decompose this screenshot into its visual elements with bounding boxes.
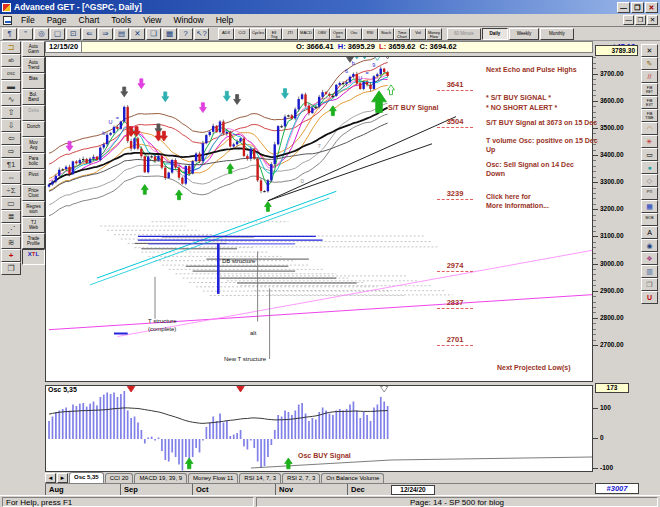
study-shortcut-xtl[interactable]: XTL	[22, 249, 45, 265]
study-shortcut-delta[interactable]: Delta	[22, 105, 45, 121]
study-button-cycles[interactable]: Cycles	[250, 28, 266, 40]
add-icon[interactable]: +	[1, 249, 21, 262]
osc-reset-icon[interactable]: osc	[1, 67, 21, 80]
fib-retracement-icon[interactable]: FIBRET	[641, 83, 658, 96]
price-axis[interactable]: 3700.003600.003500.003400.003300.003200.…	[593, 56, 640, 382]
ellipse-tool-icon[interactable]: ●	[641, 161, 658, 174]
study-button-rsi[interactable]: RSI	[362, 28, 378, 40]
lines-icon[interactable]: ≣	[1, 210, 21, 223]
help-icon[interactable]: ?	[178, 28, 193, 40]
minimize-button[interactable]: —	[617, 2, 630, 13]
study-shortcut-bol-band[interactable]: Bol.Band	[22, 89, 45, 105]
child-close-button[interactable]: ✕	[647, 15, 658, 25]
menu-chart[interactable]: Chart	[73, 14, 106, 26]
study-button-vol[interactable]: Vol	[410, 28, 426, 40]
study-button-jti[interactable]: JTI	[282, 28, 298, 40]
quote-icon[interactable]: ”	[18, 28, 33, 40]
pin-icon[interactable]: ¶	[2, 28, 17, 40]
menu-help[interactable]: Help	[210, 14, 239, 26]
study-bar-icon[interactable]: ▬	[1, 80, 21, 93]
copy-icon[interactable]: ❏	[146, 28, 161, 40]
search-icon[interactable]: ◎	[34, 28, 49, 40]
paste-icon[interactable]: ▤	[114, 28, 129, 40]
fib-lines-icon[interactable]: ≋	[1, 236, 21, 249]
child-minimize-button[interactable]: —	[623, 15, 634, 25]
underline-u-icon[interactable]: U	[641, 291, 658, 304]
study-shortcut-auto-gann[interactable]: AutoGann	[22, 41, 45, 57]
text-tool-icon[interactable]: A	[641, 226, 658, 239]
period-button-weekly[interactable]: Weekly	[509, 28, 539, 40]
stats-icon[interactable]: ÷Σ	[1, 184, 21, 197]
tab-on-balance-volume[interactable]: On Balance Volume	[321, 473, 384, 483]
study-button-cci[interactable]: CCI	[234, 28, 250, 40]
study-shortcut-para-bolic[interactable]: Parabolic	[22, 153, 45, 169]
study-shortcut-tj-web[interactable]: TJWeb	[22, 217, 45, 233]
mob-icon[interactable]: MOB	[641, 213, 658, 226]
pti-icon[interactable]: PTI	[641, 187, 658, 200]
menu-window[interactable]: Window	[167, 14, 209, 26]
study-shortcut-trade-profile[interactable]: TradeProfile	[22, 233, 45, 249]
rectangle-tool-icon[interactable]: ▭	[641, 148, 658, 161]
copy-pages-icon[interactable]: ❐	[641, 278, 658, 291]
delete-icon[interactable]: ✕	[130, 28, 145, 40]
folder-open-icon[interactable]: ⊐	[1, 41, 21, 54]
close-x-icon[interactable]: ✕	[641, 44, 658, 57]
close-button[interactable]: ✕	[645, 2, 658, 13]
study-shortcut-price-clust[interactable]: PriceClust	[22, 185, 45, 201]
study-shortcut-auto-trend[interactable]: AutoTrend	[22, 57, 45, 73]
more-info-link[interactable]: Click here for	[486, 193, 531, 200]
period-button-60-minute[interactable]: 60 Minute	[447, 28, 481, 40]
scroll-right-icon[interactable]: ⇨	[1, 145, 21, 158]
scroll-left-icon[interactable]: ⇦	[1, 132, 21, 145]
oscillator-axis[interactable]: 1000-100	[593, 385, 640, 472]
study-button-adx[interactable]: ADX	[218, 28, 234, 40]
eraser-icon[interactable]: ◇	[641, 174, 658, 187]
fan-icon[interactable]: ✳	[641, 135, 658, 148]
maximize-button[interactable]: ❐	[631, 2, 644, 13]
tab-macd-19-39-9[interactable]: MACD 19, 39, 9	[134, 473, 187, 483]
study-button-macd[interactable]: MACD	[298, 28, 314, 40]
box-select-icon[interactable]: ▭	[1, 197, 21, 210]
brush-icon[interactable]: ❖	[641, 252, 658, 265]
tab-cci-20[interactable]: CCI 20	[105, 473, 134, 483]
open-folder-icon[interactable]: ⊡	[66, 28, 81, 40]
menu-tools[interactable]: Tools	[105, 14, 137, 26]
study-button-obv[interactable]: OBV	[314, 28, 330, 40]
tab-rsi-2-7-3[interactable]: RSI 2, 7, 3	[282, 473, 320, 483]
erase-icon[interactable]: ab	[1, 54, 21, 67]
scroll-down-icon[interactable]: ⇩	[1, 119, 21, 132]
study-button-money-flow[interactable]: MoneyFlow	[426, 28, 442, 40]
tab-scroll-right-button[interactable]: ►	[57, 473, 68, 483]
study-button-ell-trig[interactable]: EllTrig	[266, 28, 282, 40]
wave-label-icon[interactable]: ¶1	[1, 158, 21, 171]
grid-icon[interactable]: ▦	[641, 200, 658, 213]
fib-extension-icon[interactable]: FIBEXT	[641, 96, 658, 109]
scroll-up-icon[interactable]: ⇧	[1, 106, 21, 119]
study-button-time-chart[interactable]: TimeChart	[394, 28, 410, 40]
magnifier-icon[interactable]: ◉	[641, 239, 658, 252]
study-shortcut-bias[interactable]: Bias	[22, 73, 45, 89]
film-grid-icon[interactable]: ▥	[641, 265, 658, 278]
study-shortcut-regres-sion[interactable]: Regression	[22, 201, 45, 217]
more-info-link[interactable]: More Information...	[486, 202, 549, 209]
study-shortcut-pivot[interactable]: Pivot	[22, 169, 45, 185]
windows-icon[interactable]: ❐	[1, 262, 21, 275]
compress-icon[interactable]: ⇔	[1, 171, 21, 184]
gann-lines-icon[interactable]: ⋰	[1, 223, 21, 236]
chart-window-icon[interactable]	[3, 16, 12, 25]
period-button-monthly[interactable]: Monthly	[540, 28, 574, 40]
print-icon[interactable]: ▦	[162, 28, 177, 40]
tab-rsi-14-7-3[interactable]: RSI 14, 7, 3	[239, 473, 281, 483]
trendline-icon[interactable]: //	[641, 70, 658, 83]
pencil-icon[interactable]: ✎	[641, 57, 658, 70]
study-button-open-int[interactable]: OpenInt	[330, 28, 346, 40]
menu-view[interactable]: View	[137, 14, 167, 26]
fib-time-icon[interactable]: FIBTIME	[641, 109, 658, 122]
study-button-stoch[interactable]: Stoch	[378, 28, 394, 40]
new-page-icon[interactable]: ▢	[50, 28, 65, 40]
tab-scroll-left-button[interactable]: ◄	[45, 473, 56, 483]
menu-page[interactable]: Page	[41, 14, 73, 26]
cursor-date[interactable]: 12/15/20	[46, 42, 82, 52]
study-shortcut-donch[interactable]: Donch	[22, 121, 45, 137]
arc-icon[interactable]: ◠	[641, 122, 658, 135]
